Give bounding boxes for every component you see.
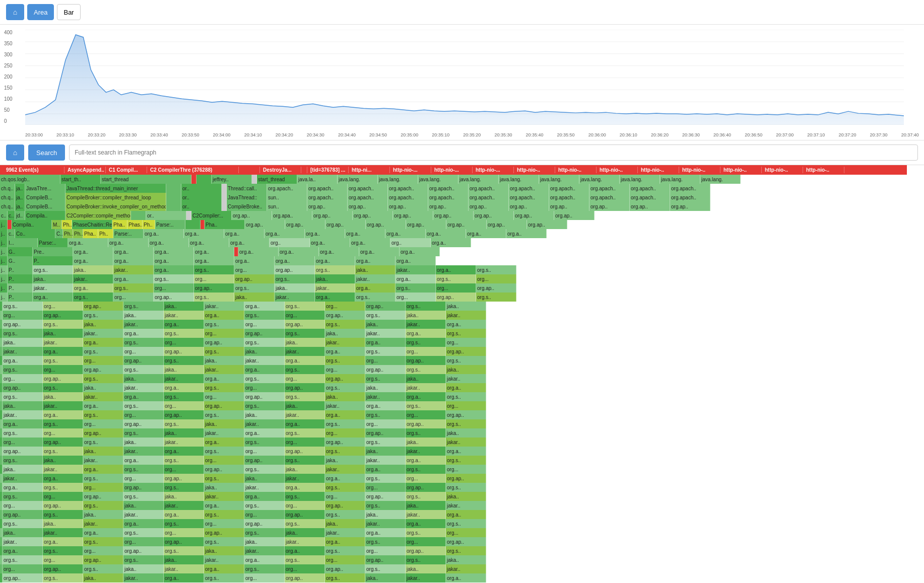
flamegraph-home-button[interactable]: ⌂ <box>6 144 24 161</box>
cell-r31-c8[interactable]: org.s.. <box>325 447 365 456</box>
cell-java-lang-8[interactable]: java.lang. <box>620 175 660 184</box>
cell-java-lang-10[interactable]: java.lang. <box>700 175 741 184</box>
cell-compilebroker-loop[interactable]: CompileBroker::compiler_thread_loop <box>65 193 166 202</box>
cell-r37-c3[interactable]: jaka.. <box>123 501 164 510</box>
cell-java-lang-7[interactable]: java.lang. <box>579 175 620 184</box>
cell-r15-c7[interactable]: org.s.. <box>285 302 325 311</box>
cell-r13-c5[interactable]: org.s.. <box>234 283 275 293</box>
cell-r27-c1[interactable]: org.a.. <box>43 410 83 419</box>
cell-r22-c11[interactable]: jaka.. <box>446 365 486 374</box>
cell-r26-c4[interactable]: org... <box>164 401 204 410</box>
cell-r42-c1[interactable]: org.s.. <box>43 546 83 555</box>
cell-r15-c1[interactable]: org... <box>43 302 83 311</box>
cell-r32-c4[interactable]: org.s.. <box>164 456 204 465</box>
cell-r26-c1[interactable]: jakar.. <box>43 401 83 410</box>
cell-org-apach-6[interactable]: org.apach.. <box>469 184 509 193</box>
home-button[interactable]: ⌂ <box>6 4 24 20</box>
cell-r38-c9[interactable]: jaka.. <box>365 510 406 519</box>
cell-r14-c11[interactable]: org.s.. <box>476 293 516 302</box>
cell-phasechaitin6[interactable]: PhaseChaitin::Regist.. <box>72 220 112 229</box>
cell-r32-c6[interactable]: org.ap.. <box>244 456 285 465</box>
cell-org-a-9g[interactable]: org.a.. <box>319 247 359 256</box>
cell-org-apach-3c[interactable]: org.apach.. <box>348 193 388 202</box>
cell-org-a-7a[interactable]: org.a.. <box>144 229 184 238</box>
cell-r15-c6[interactable]: org.a.. <box>244 302 285 311</box>
cell-r14-c1[interactable]: org.s.. <box>73 293 113 302</box>
cell-r16-c7[interactable]: org... <box>285 311 325 320</box>
cell-m6[interactable]: M.. <box>52 220 62 229</box>
cell-r34-c10[interactable]: org... <box>406 474 446 483</box>
cell-r27-c11[interactable]: org.ap.. <box>446 410 486 419</box>
cell-r11-c0[interactable]: org.s.. <box>33 265 73 274</box>
cell-org-a-8d[interactable]: org.a.. <box>189 238 229 247</box>
cell-r35-c6[interactable]: jakar.. <box>244 483 285 492</box>
cell-r32-c0[interactable]: org.s.. <box>3 456 43 465</box>
cell-r27-c8[interactable]: org.a.. <box>325 410 365 419</box>
cell-jd5[interactable]: jd.. <box>15 211 25 220</box>
cell-mid-14[interactable]: P.. <box>8 293 33 302</box>
cell-r43-c9[interactable]: org.ap.. <box>365 555 406 564</box>
cell-r15-c0[interactable]: org.s.. <box>3 302 43 311</box>
cell-pha7c[interactable]: Pha.. <box>83 229 98 238</box>
cell-c5a[interactable]: c.. <box>0 211 8 220</box>
cell-red9[interactable] <box>234 247 238 256</box>
cell-r12-c1[interactable]: jakar.. <box>73 274 113 283</box>
cell-r44-c2[interactable]: org.s.. <box>83 564 123 573</box>
header-col-http3[interactable]: http-nio-... <box>432 167 473 173</box>
cell-r43-c5[interactable]: jakar.. <box>204 555 244 564</box>
cell-r12-c2[interactable]: org.a.. <box>113 274 154 283</box>
cell-r43-c11[interactable]: jaka.. <box>446 555 486 564</box>
cell-r20-c9[interactable]: org.s.. <box>365 347 406 356</box>
cell-r15-c5[interactable]: jakar.. <box>204 302 244 311</box>
cell-r30-c1[interactable]: org.ap.. <box>43 438 83 447</box>
cell-sun-4[interactable]: sun.. <box>267 202 307 211</box>
cell-org-apach-3[interactable]: org.apach.. <box>348 184 388 193</box>
cell-r34-c1[interactable]: org.a.. <box>43 474 83 483</box>
cell-r12-c5[interactable]: org.ap.. <box>234 274 275 283</box>
cell-r16-c2[interactable]: org.s.. <box>83 311 123 320</box>
cell-r19-c6[interactable]: org.s.. <box>244 338 285 347</box>
cell-r35-c5[interactable]: jaka.. <box>204 483 244 492</box>
cell-compila6[interactable]: Compila.. <box>12 220 52 229</box>
cell-r34-c4[interactable]: org.ap.. <box>164 474 204 483</box>
cell-or-3[interactable]: or.. <box>181 193 222 202</box>
cell-org-a-9f[interactable]: org.a.. <box>279 247 319 256</box>
cell-r37-c1[interactable]: org.ap.. <box>43 501 83 510</box>
cell-org-ap-5h[interactable]: org.ap.. <box>514 211 554 220</box>
cell-r44-c1[interactable]: org.ap.. <box>43 564 83 573</box>
cell-r34-c7[interactable]: jakar.. <box>285 474 325 483</box>
cell-r33-c9[interactable]: org.a.. <box>365 465 406 474</box>
cell-org-a-10a[interactable]: org.a.. <box>73 256 113 265</box>
cell-r16-c6[interactable]: org.s.. <box>244 311 285 320</box>
cell-G10[interactable]: G.. <box>8 256 33 265</box>
cell-ph6a[interactable]: Ph.. <box>62 220 72 229</box>
cell-org-apach-3f[interactable]: org.apach.. <box>469 193 509 202</box>
cell-start-thread-right[interactable]: start_thread <box>257 175 297 184</box>
cell-r32-c10[interactable]: org.a.. <box>406 456 446 465</box>
cell-r22-c9[interactable]: org.ap.. <box>365 365 406 374</box>
cell-j6[interactable]: j.. <box>0 220 8 229</box>
cell-r19-c11[interactable]: org... <box>446 338 486 347</box>
cell-chq-4[interactable]: ch.q.. <box>0 202 15 211</box>
cell-P10[interactable]: P.. <box>33 256 73 265</box>
cell-r13-c3[interactable]: org... <box>154 283 194 293</box>
cell-r38-c3[interactable]: jakar.. <box>123 510 164 519</box>
cell-r11-c5[interactable]: org... <box>234 265 275 274</box>
cell-r45-c3[interactable]: jakar.. <box>123 573 164 582</box>
cell-r29-c6[interactable]: org.a.. <box>244 428 285 438</box>
cell-r44-c11[interactable]: jakar.. <box>446 564 486 573</box>
cell-r18-c2[interactable]: jakar.. <box>83 329 123 338</box>
cell-r41-c0[interactable]: jakar.. <box>3 537 43 546</box>
cell-r44-c0[interactable]: org... <box>3 564 43 573</box>
cell-r22-c0[interactable]: org.s.. <box>3 365 43 374</box>
cell-org-apa-5b[interactable]: org.apa.. <box>272 211 312 220</box>
cell-r27-c7[interactable]: jakar.. <box>285 410 325 419</box>
cell-r27-c2[interactable]: org.s.. <box>83 410 123 419</box>
cell-org-ap-4a[interactable]: org.ap.. <box>307 202 348 211</box>
cell-org-a-8c[interactable]: org.a.. <box>149 238 189 247</box>
cell-r17-c3[interactable]: jakar.. <box>123 320 164 329</box>
cell-r14-c5[interactable]: jaka.. <box>234 293 275 302</box>
cell-r18-c3[interactable]: org.a.. <box>123 329 164 338</box>
cell-r40-c8[interactable]: jakar.. <box>325 528 365 537</box>
cell-r16-c1[interactable]: org.ap.. <box>43 311 83 320</box>
